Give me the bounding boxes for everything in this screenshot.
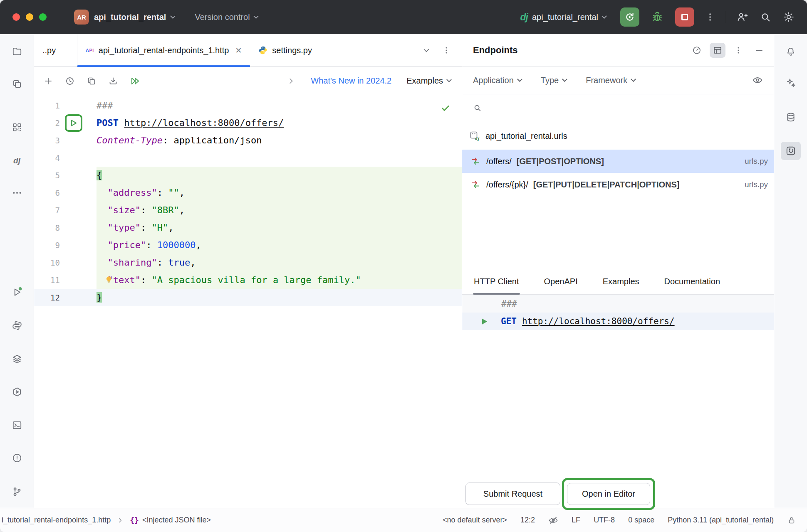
commit-icon[interactable] — [7, 75, 27, 93]
close-window-button[interactable] — [12, 13, 20, 21]
endpoints-filter-bar: Application Type Framework — [462, 66, 774, 94]
minimize-window-button[interactable] — [26, 13, 33, 21]
run-all-requests-icon[interactable] — [130, 76, 141, 86]
django-structure-icon[interactable]: dj — [7, 152, 27, 170]
http-file-icon: API — [86, 48, 94, 53]
chevron-right-icon[interactable] — [287, 76, 296, 86]
intention-bulb-icon[interactable] — [105, 276, 113, 283]
http-editor[interactable]: 1###2POST http://localhost:8000/offers/3… — [34, 95, 462, 508]
http-client-preview: ### GET http://localhost:8000/offers/ — [462, 295, 774, 330]
preview-comment-line: ### — [462, 295, 774, 313]
project-folder-icon[interactable] — [7, 42, 27, 61]
ai-assistant-icon[interactable] — [781, 74, 801, 92]
tab-http-file[interactable]: API api_tutorial_rental-endpoints_1.http… — [77, 34, 250, 66]
tab-openapi[interactable]: OpenAPI — [543, 268, 579, 294]
endpoints-search-row — [462, 94, 774, 122]
hide-panel-icon[interactable] — [751, 43, 767, 58]
breadcrumb-file[interactable]: i_tutorial_rental-endpoints_1.http — [2, 516, 111, 525]
titlebar: AR api_tutorial_rental Version control d… — [0, 0, 807, 34]
chevron-down-icon — [562, 76, 567, 82]
more-tool-windows-icon[interactable] — [7, 184, 27, 202]
run-config-widget[interactable]: dj api_tutorial_rental — [520, 12, 606, 23]
whats-new-link[interactable]: What's New in 2024.2 — [311, 76, 391, 86]
filter-type[interactable]: Type — [541, 76, 567, 85]
endpoints-tool-window-icon[interactable] — [781, 142, 801, 160]
indent-widget[interactable]: 0 space — [628, 516, 654, 525]
problems-icon[interactable] — [7, 449, 27, 467]
line-separator-widget[interactable]: LF — [572, 516, 580, 525]
default-server-widget[interactable]: <no default server> — [443, 516, 507, 525]
database-icon[interactable] — [781, 108, 801, 126]
inspection-highlight-off-icon[interactable] — [548, 515, 558, 525]
endpoints-header: Endpoints — [462, 34, 774, 66]
debug-button[interactable] — [648, 7, 667, 27]
tab-settings-py[interactable]: settings.py — [250, 34, 320, 66]
notifications-bell-icon[interactable] — [781, 42, 801, 61]
add-user-button[interactable] — [735, 10, 750, 25]
tab-documentation[interactable]: Documentation — [663, 268, 721, 294]
inspections-ok-icon[interactable] — [440, 103, 451, 113]
search-everywhere-icon[interactable] — [758, 10, 773, 25]
submit-request-button[interactable]: Submit Request — [465, 483, 560, 505]
line-number: 6 — [34, 184, 60, 202]
injected-fragment-widget[interactable]: {} <Injected JSON file> — [130, 516, 211, 525]
more-actions-menu[interactable] — [703, 10, 718, 25]
preview-request-line[interactable]: GET http://localhost:8000/offers/ — [462, 313, 774, 330]
request-method: GET — [501, 316, 517, 326]
chevron-down-icon — [446, 77, 452, 82]
project-widget[interactable]: AR api_tutorial_rental — [74, 10, 175, 25]
gauge-icon[interactable] — [689, 43, 705, 58]
vcs-widget[interactable]: Version control — [195, 12, 257, 22]
terminal-icon[interactable] — [7, 416, 27, 434]
run-button[interactable] — [620, 7, 639, 27]
import-download-icon[interactable] — [108, 76, 118, 86]
endpoint-methods: [GET|PUT|DELETE|PATCH|OPTIONS] — [533, 180, 680, 190]
bug-icon — [651, 11, 663, 23]
chevron-down-icon — [253, 13, 259, 19]
caret-position-widget[interactable]: 12:2 — [520, 516, 535, 525]
chevron-down-icon[interactable] — [422, 46, 431, 55]
add-request-icon[interactable] — [43, 76, 53, 86]
filter-framework[interactable]: Framework — [586, 76, 635, 85]
structure-icon[interactable] — [7, 118, 27, 136]
code-line-7: 7 "size": "8BR", — [34, 202, 462, 219]
endpoint-file: urls.py — [745, 180, 768, 189]
run-tool-window-icon[interactable] — [7, 283, 27, 301]
copy-request-icon[interactable] — [87, 76, 97, 86]
run-request-icon[interactable] — [480, 318, 488, 325]
status-bar: i_tutorial_rental-endpoints_1.http {} <I… — [0, 508, 807, 532]
tab-options-kebab-icon[interactable] — [442, 46, 451, 55]
history-clock-icon[interactable] — [65, 76, 75, 86]
endpoints-search-input[interactable] — [488, 103, 763, 113]
git-branch-icon[interactable] — [7, 483, 27, 501]
encoding-widget[interactable]: UTF-8 — [594, 516, 615, 525]
stop-button[interactable] — [675, 7, 694, 27]
close-tab-icon[interactable]: ✕ — [235, 46, 242, 55]
endpoint-row-offers[interactable]: /offers/ [GET|POST|OPTIONS] urls.py — [462, 150, 774, 173]
panel-options-kebab-icon[interactable] — [730, 43, 746, 58]
open-in-editor-button[interactable]: Open in Editor — [567, 483, 650, 505]
settings-gear-icon[interactable] — [781, 10, 796, 25]
run-request-gutter-button[interactable] — [65, 114, 82, 132]
module-name: api_tutorial_rental.urls — [485, 131, 567, 141]
tab-examples[interactable]: Examples — [602, 268, 640, 294]
interpreter-widget[interactable]: Python 3.11 (api_tutorial_rental) — [668, 516, 774, 525]
python-console-icon[interactable] — [7, 316, 27, 335]
examples-dropdown[interactable]: Examples — [406, 76, 451, 86]
tab-partial-py[interactable]: ..py — [34, 34, 77, 66]
view-options-eye-icon[interactable] — [752, 75, 763, 86]
filter-application[interactable]: Application — [473, 76, 522, 85]
tab-label: api_tutorial_rental-endpoints_1.http — [99, 46, 229, 55]
details-view-icon[interactable] — [710, 43, 725, 58]
services-layers-icon[interactable] — [7, 350, 27, 368]
django-module-icon: dj — [470, 131, 480, 141]
fullscreen-window-button[interactable] — [39, 13, 47, 21]
module-row[interactable]: dj api_tutorial_rental.urls — [462, 122, 774, 150]
lock-icon[interactable] — [787, 516, 796, 525]
hexagon-play-icon[interactable] — [7, 383, 27, 401]
endpoint-row-offers-pk[interactable]: /offers/{pk}/ [GET|PUT|DELETE|PATCH|OPTI… — [462, 173, 774, 196]
python-file-icon — [258, 46, 267, 55]
tab-http-client[interactable]: HTTP Client — [473, 268, 520, 294]
chevron-right-icon — [116, 517, 124, 524]
left-tool-strip: dj — [0, 34, 34, 508]
